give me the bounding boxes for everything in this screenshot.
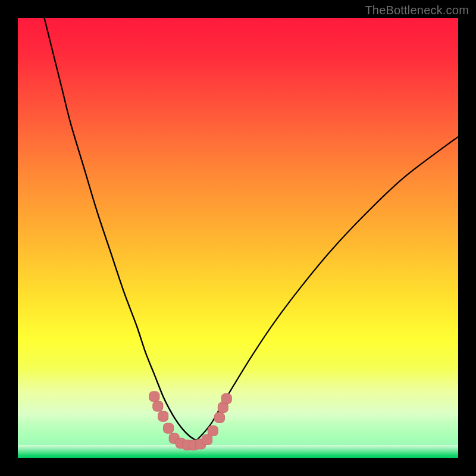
watermark-text: TheBottleneck.com <box>365 4 469 17</box>
highlight-marker <box>208 426 218 436</box>
left-curve <box>44 18 196 440</box>
highlight-marker <box>158 411 168 421</box>
highlight-marker <box>221 394 231 404</box>
marker-cluster <box>149 392 231 450</box>
right-curve <box>196 137 458 441</box>
curve-layer <box>18 18 458 458</box>
highlight-marker <box>164 423 174 433</box>
highlight-marker <box>153 401 163 411</box>
highlight-marker <box>149 392 159 402</box>
outer-frame: TheBottleneck.com <box>0 0 476 476</box>
plot-area <box>18 18 458 458</box>
highlight-marker <box>214 412 224 422</box>
